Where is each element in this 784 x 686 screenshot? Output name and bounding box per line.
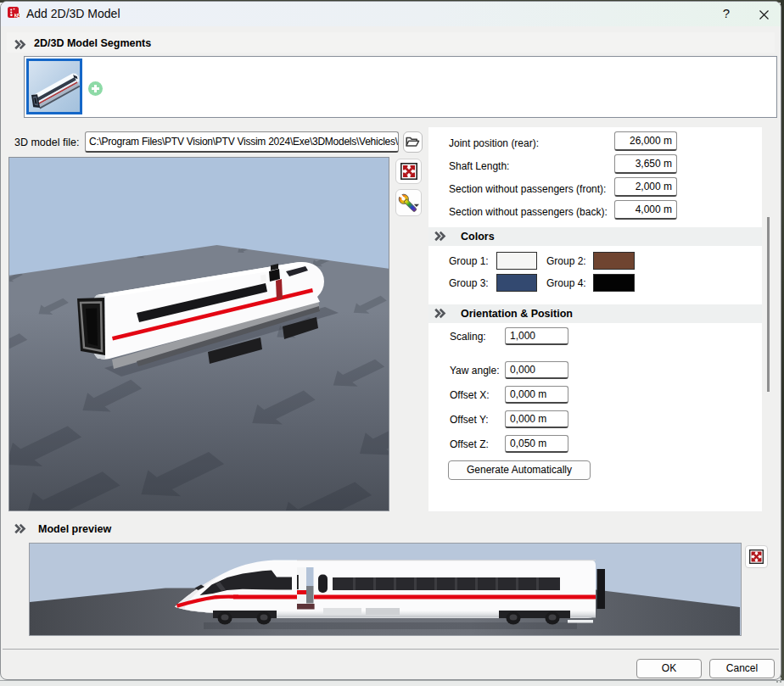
svg-text:24: 24 bbox=[14, 13, 20, 18]
